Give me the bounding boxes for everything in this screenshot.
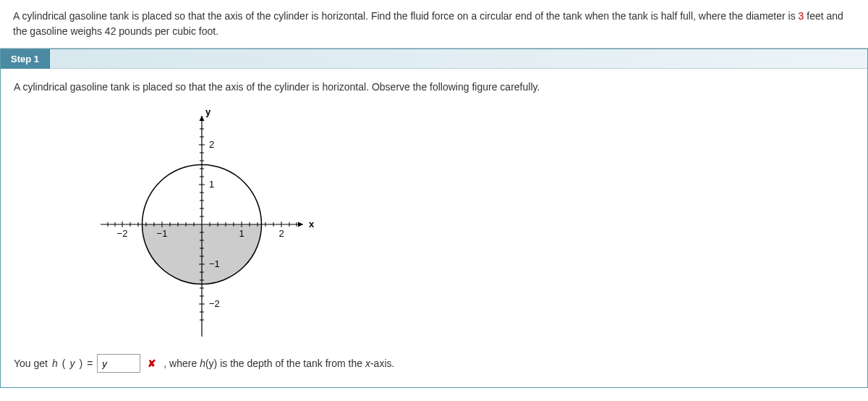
x-axis-label: x bbox=[309, 219, 315, 229]
answer-func-name: h bbox=[52, 355, 58, 371]
answer-prefix: You get bbox=[14, 355, 48, 371]
answer-suffix-before: , where bbox=[163, 358, 200, 369]
answer-equals: = bbox=[87, 355, 93, 371]
answer-suffix-h: h bbox=[200, 358, 205, 369]
xtick-1: 1 bbox=[239, 228, 244, 239]
answer-paren-close: ) bbox=[79, 355, 82, 371]
step-body: A cylindrical gasoline tank is placed so… bbox=[1, 69, 867, 387]
answer-paren-open: ( bbox=[62, 355, 66, 371]
answer-suffix-after1: is the depth of the tank from the bbox=[217, 358, 365, 369]
answer-func-arg: y bbox=[69, 355, 75, 371]
step-header-fill bbox=[50, 49, 867, 69]
ytick-1: 1 bbox=[209, 179, 214, 190]
xtick-2: 2 bbox=[278, 228, 284, 239]
step-container: Step 1 A cylindrical gasoline tank is pl… bbox=[0, 48, 868, 388]
y-axis-label: y bbox=[205, 106, 211, 117]
answer-suffix-after2: -axis. bbox=[370, 358, 394, 369]
answer-suffix-hy: (y) bbox=[205, 358, 217, 369]
answer-input[interactable] bbox=[97, 354, 140, 373]
step-label: Step 1 bbox=[1, 49, 50, 69]
step-header: Step 1 bbox=[1, 49, 867, 69]
answer-row: You get h(y) = ✘ , where h(y) is the dep… bbox=[14, 354, 854, 373]
xtick-neg2: −2 bbox=[117, 228, 128, 239]
step-intro-text: A cylindrical gasoline tank is placed so… bbox=[14, 79, 854, 95]
figure: −2 −1 1 2 2 1 −1 −2 x y bbox=[79, 105, 854, 344]
ytick-neg2: −2 bbox=[209, 298, 220, 309]
xtick-neg1: −1 bbox=[157, 228, 168, 239]
answer-suffix-x: x bbox=[365, 358, 370, 369]
problem-text-before: A cylindrical gasoline tank is placed so… bbox=[13, 10, 799, 22]
coordinate-plot: −2 −1 1 2 2 1 −1 −2 x y bbox=[79, 105, 325, 344]
incorrect-icon: ✘ bbox=[148, 355, 156, 371]
problem-statement: A cylindrical gasoline tank is placed so… bbox=[0, 0, 868, 48]
ytick-neg1: −1 bbox=[209, 258, 220, 269]
ytick-2: 2 bbox=[209, 139, 214, 150]
